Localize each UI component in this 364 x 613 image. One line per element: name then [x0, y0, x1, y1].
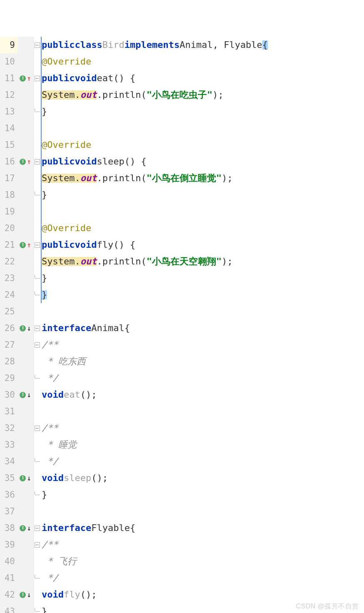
implemented-down-icon[interactable]: I↓: [20, 475, 31, 482]
fold-gutter[interactable]: [33, 170, 41, 187]
code-line[interactable]: 33 * 睡觉: [0, 436, 364, 453]
code-line[interactable]: 10 @Override: [0, 53, 364, 70]
fold-toggle-icon[interactable]: [35, 42, 40, 48]
implemented-down-icon[interactable]: I↓: [20, 391, 31, 399]
code-line[interactable]: 19: [0, 203, 364, 220]
code-line[interactable]: 40 * 飞行: [0, 553, 364, 570]
code-line[interactable]: 16 I↑ public void sleep() {: [0, 153, 364, 170]
code-line[interactable]: 36 }: [0, 486, 364, 503]
gutter-icon-slot[interactable]: I↓: [17, 520, 33, 536]
code-line[interactable]: 20 @Override: [0, 220, 364, 237]
code-line[interactable]: 15 @Override: [0, 137, 364, 153]
code-line[interactable]: 39 /**: [0, 536, 364, 553]
fold-gutter[interactable]: [33, 270, 41, 287]
fold-gutter[interactable]: [33, 586, 41, 603]
fold-gutter[interactable]: [33, 386, 41, 403]
code-line[interactable]: 28 * 吃东西: [0, 353, 364, 370]
implemented-down-icon[interactable]: I↓: [20, 591, 31, 598]
gutter-icon-slot[interactable]: I↑: [17, 153, 33, 170]
gutter-icon-slot[interactable]: I↓: [17, 386, 33, 403]
fold-gutter[interactable]: [33, 37, 41, 53]
override-up-icon[interactable]: I↑: [20, 242, 31, 249]
fold-gutter[interactable]: [33, 303, 41, 320]
code-line[interactable]: 22 System.out.println("小鸟在天空翱翔");: [0, 253, 364, 270]
fold-gutter[interactable]: [33, 203, 41, 220]
fold-gutter[interactable]: [33, 253, 41, 270]
code-line[interactable]: 24 }: [0, 287, 364, 303]
fold-end-icon[interactable]: [35, 608, 40, 612]
fold-gutter[interactable]: [33, 403, 41, 420]
fold-gutter[interactable]: [33, 137, 41, 153]
fold-gutter[interactable]: [33, 87, 41, 103]
fold-end-icon[interactable]: [35, 575, 40, 578]
fold-end-icon[interactable]: [35, 491, 40, 495]
code-line[interactable]: 30 I↓ void eat();: [0, 386, 364, 403]
fold-gutter[interactable]: [33, 420, 41, 436]
fold-toggle-icon[interactable]: [35, 76, 40, 81]
fold-gutter[interactable]: [33, 486, 41, 503]
code-line[interactable]: 21 I↑ public void fly() {: [0, 237, 364, 253]
code-line[interactable]: 14: [0, 120, 364, 137]
code-line[interactable]: 37: [0, 503, 364, 520]
fold-end-icon[interactable]: [35, 458, 40, 462]
fold-end-icon[interactable]: [35, 375, 40, 379]
code-line[interactable]: 26 I↓ interface Animal {: [0, 320, 364, 336]
fold-gutter[interactable]: [33, 470, 41, 486]
implemented-down-icon[interactable]: I↓: [20, 325, 31, 332]
code-line[interactable]: 35 I↓ void sleep();: [0, 470, 364, 486]
override-up-icon[interactable]: I↑: [20, 158, 31, 165]
fold-end-icon[interactable]: [35, 275, 40, 279]
code-line[interactable]: 25: [0, 303, 364, 320]
override-up-icon[interactable]: I↑: [20, 75, 31, 82]
fold-gutter[interactable]: [33, 187, 41, 203]
fold-end-icon[interactable]: [35, 292, 40, 295]
fold-gutter[interactable]: [33, 520, 41, 536]
gutter-icon-slot[interactable]: I↑: [17, 237, 33, 253]
fold-toggle-icon[interactable]: [35, 242, 40, 248]
code-line[interactable]: 9 public class Bird implements Animal, F…: [0, 37, 364, 53]
fold-gutter[interactable]: [33, 503, 41, 520]
fold-gutter[interactable]: [33, 603, 41, 613]
code-line[interactable]: 38 I↓ interface Flyable {: [0, 520, 364, 536]
fold-toggle-icon[interactable]: [35, 342, 40, 348]
code-line[interactable]: 27 /**: [0, 336, 364, 353]
fold-toggle-icon[interactable]: [35, 326, 40, 331]
fold-end-icon[interactable]: [35, 192, 40, 195]
fold-gutter[interactable]: [33, 120, 41, 137]
fold-gutter[interactable]: [33, 53, 41, 70]
code-line[interactable]: 41 */: [0, 570, 364, 586]
code-line[interactable]: 29 */: [0, 370, 364, 386]
fold-gutter[interactable]: [33, 453, 41, 470]
code-line[interactable]: 11 I↑ public void eat() {: [0, 70, 364, 87]
fold-gutter[interactable]: [33, 153, 41, 170]
fold-gutter[interactable]: [33, 336, 41, 353]
code-line[interactable]: 13 }: [0, 103, 364, 120]
code-line[interactable]: 18 }: [0, 187, 364, 203]
fold-gutter[interactable]: [33, 536, 41, 553]
fold-gutter[interactable]: [33, 570, 41, 586]
gutter-icon-slot[interactable]: I↓: [17, 320, 33, 336]
code-line[interactable]: 23 }: [0, 270, 364, 287]
gutter-icon-slot[interactable]: I↓: [17, 586, 33, 603]
code-line[interactable]: 17 System.out.println("小鸟在倒立睡觉");: [0, 170, 364, 187]
fold-gutter[interactable]: [33, 220, 41, 237]
code-line[interactable]: 31: [0, 403, 364, 420]
fold-gutter[interactable]: [33, 436, 41, 453]
fold-gutter[interactable]: [33, 553, 41, 570]
fold-toggle-icon[interactable]: [35, 159, 40, 164]
implemented-down-icon[interactable]: I↓: [20, 525, 31, 532]
gutter-icon-slot[interactable]: I↓: [17, 470, 33, 486]
fold-toggle-icon[interactable]: [35, 542, 40, 548]
code-line[interactable]: 34 */: [0, 453, 364, 470]
fold-gutter[interactable]: [33, 370, 41, 386]
fold-gutter[interactable]: [33, 103, 41, 120]
code-line[interactable]: 32 /**: [0, 420, 364, 436]
fold-toggle-icon[interactable]: [35, 426, 40, 431]
code-line[interactable]: 42 I↓ void fly();: [0, 586, 364, 603]
fold-gutter[interactable]: [33, 287, 41, 303]
fold-gutter[interactable]: [33, 353, 41, 370]
code-editor[interactable]: 9 public class Bird implements Animal, F…: [0, 37, 364, 613]
fold-gutter[interactable]: [33, 320, 41, 336]
fold-toggle-icon[interactable]: [35, 526, 40, 531]
fold-end-icon[interactable]: [35, 108, 40, 112]
